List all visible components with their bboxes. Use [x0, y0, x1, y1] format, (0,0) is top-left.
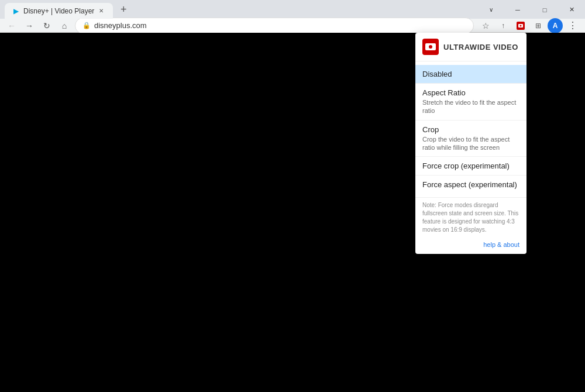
option-crop[interactable]: Crop Crop the video to fit the aspect ra…: [415, 121, 526, 157]
svg-point-5: [429, 45, 432, 49]
tab-favicon: ▶: [12, 7, 20, 15]
maximize-button[interactable]: □: [531, 0, 558, 19]
svg-point-2: [520, 25, 522, 26]
option-aspect-ratio-label: Aspect Ratio: [422, 88, 519, 97]
option-crop-desc: Crop the video to fit the aspect ratio w…: [422, 135, 519, 152]
option-force-aspect-label: Force aspect (experimental): [422, 180, 519, 189]
ultrawide-icon: [516, 21, 525, 30]
popup-header: ULTRAWIDE VIDEO: [415, 33, 526, 61]
tab-chevron-button[interactable]: ∨: [477, 0, 504, 19]
menu-button[interactable]: ⋮: [564, 18, 580, 34]
option-crop-label: Crop: [422, 125, 519, 134]
tab-bar: ▶ Disney+ | Video Player ✕ + ∨ ─ □ ✕: [0, 0, 585, 19]
option-disabled-label: Disabled: [422, 70, 519, 78]
active-tab[interactable]: ▶ Disney+ | Video Player ✕: [5, 3, 113, 19]
option-force-crop[interactable]: Force crop (experimental): [415, 157, 526, 176]
option-aspect-ratio-desc: Stretch the video to fit the aspect rati…: [422, 98, 519, 115]
tab-close-button[interactable]: ✕: [97, 6, 106, 16]
toolbar-icons: ☆ ↑ ⊞ A ⋮: [477, 18, 580, 34]
option-force-crop-label: Force crop (experimental): [422, 161, 519, 170]
popup-logo: [422, 39, 439, 55]
browser-frame: ▶ Disney+ | Video Player ✕ + ∨ ─ □ ✕ ← →…: [0, 0, 585, 33]
close-button[interactable]: ✕: [558, 0, 585, 19]
bookmark-icon[interactable]: ☆: [477, 18, 494, 34]
popup-options: Disabled Aspect Ratio Stretch the video …: [415, 61, 526, 197]
url-text: disneyplus.com: [94, 21, 466, 30]
home-button[interactable]: ⌂: [57, 19, 71, 33]
back-button[interactable]: ←: [5, 19, 19, 33]
profile-button[interactable]: A: [548, 18, 563, 33]
popup-title: ULTRAWIDE VIDEO: [443, 43, 518, 51]
forward-button[interactable]: →: [22, 19, 36, 33]
lock-icon: 🔒: [82, 22, 91, 29]
ultrawide-extension-button[interactable]: [512, 18, 529, 34]
extension-popup: ULTRAWIDE VIDEO Disabled Aspect Ratio St…: [415, 33, 526, 254]
new-tab-button[interactable]: +: [115, 1, 132, 18]
tab-title: Disney+ | Video Player: [23, 7, 94, 15]
extensions-button[interactable]: ⊞: [530, 18, 546, 34]
option-force-aspect[interactable]: Force aspect (experimental): [415, 176, 526, 194]
popup-footer: help & about: [415, 236, 526, 254]
option-aspect-ratio[interactable]: Aspect Ratio Stretch the video to fit th…: [415, 84, 526, 121]
share-icon[interactable]: ↑: [495, 18, 511, 34]
minimize-button[interactable]: ─: [504, 0, 531, 19]
address-bar: ← → ↻ ⌂ 🔒 disneyplus.com ☆ ↑: [0, 19, 585, 32]
window-controls: ∨ ─ □ ✕: [477, 0, 585, 19]
url-bar[interactable]: 🔒 disneyplus.com: [75, 18, 474, 34]
option-disabled[interactable]: Disabled: [415, 65, 526, 84]
popup-note: Note: Force modes disregard fullscreen s…: [415, 197, 526, 236]
refresh-button[interactable]: ↻: [40, 19, 54, 33]
help-about-link[interactable]: help & about: [483, 241, 519, 248]
